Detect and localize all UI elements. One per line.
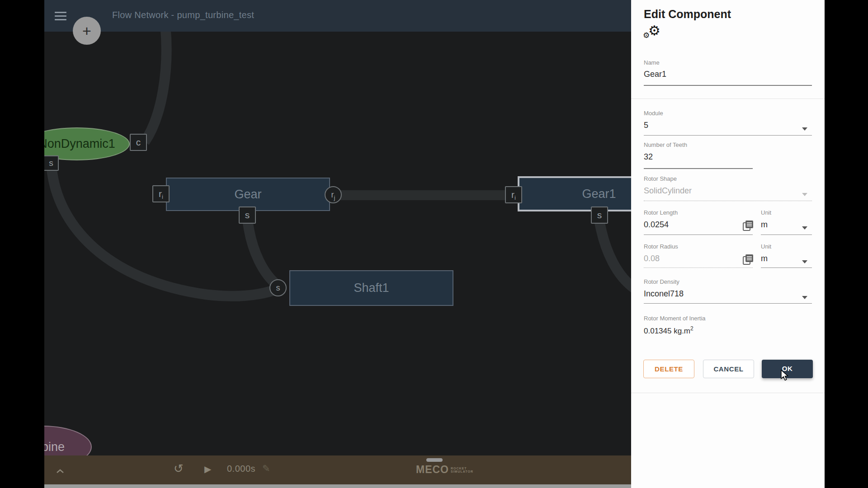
rotor-density-label: Rotor Density <box>644 278 679 285</box>
multi-value-icon[interactable] <box>742 220 754 231</box>
multi-value-icon[interactable] <box>742 253 754 265</box>
menu-icon[interactable] <box>55 12 66 21</box>
name-input[interactable]: Gear1 <box>644 70 666 79</box>
rotor-moi-value: 0.01345 kg.m2 <box>644 325 693 336</box>
name-label: Name <box>644 59 660 66</box>
rotor-radius-input[interactable]: 0.08 <box>644 254 660 263</box>
rotor-length-underline <box>644 235 753 235</box>
port-s-shaft1[interactable]: s <box>269 279 287 296</box>
node-shaft1[interactable]: Shaft1 <box>289 270 453 306</box>
rotor-length-label: Rotor Length <box>644 209 678 216</box>
rotor-shape-label: Rotor Shape <box>644 175 677 182</box>
bottom-strip <box>44 484 631 488</box>
rotor-moi-label: Rotor Moment of Inertia <box>644 315 706 322</box>
component-gears-icon: ⚙⚙ <box>643 24 663 42</box>
node-label: Gear1 <box>582 187 616 201</box>
edit-component-panel: Edit Component ⚙⚙ Name Gear1 Module 5 Nu… <box>631 0 825 488</box>
node-label: NonDynamic1 <box>44 137 115 151</box>
play-icon[interactable]: ▶ <box>204 464 211 474</box>
port-s-gear1[interactable]: s <box>591 206 608 224</box>
module-label: Module <box>644 110 663 117</box>
meco-logo: MECO ROCKET SIMULATOR <box>416 464 473 476</box>
port-ri-gear1[interactable]: ri <box>505 186 522 203</box>
rotor-radius-unit-label: Unit <box>761 243 771 250</box>
node-label: Shaft1 <box>354 281 389 295</box>
rotor-density-select[interactable]: Inconel718 <box>644 289 684 299</box>
page-title: Flow Network - pump_turbine_test <box>112 10 254 20</box>
port-s-gear[interactable]: s <box>239 206 256 224</box>
simulation-toolbar: ↺ ▶ 0.000s ✎ MECO ROCKET SIMULATOR <box>44 455 631 484</box>
node-label: Gear <box>234 188 261 202</box>
port-c-nondynamic1[interactable]: c <box>130 134 147 151</box>
port-rj-gear[interactable]: rj <box>325 186 342 203</box>
top-app-bar: Flow Network - pump_turbine_test <box>44 0 631 32</box>
rotor-length-unit-select[interactable]: m <box>761 220 768 230</box>
port-ri-gear[interactable]: ri <box>152 185 170 202</box>
simulation-time: 0.000s <box>227 464 255 474</box>
drag-handle[interactable] <box>426 458 443 462</box>
cancel-button[interactable]: CANCEL <box>703 360 754 378</box>
node-gear[interactable]: Gear <box>166 178 330 211</box>
dropdown-caret-icon[interactable] <box>802 226 807 230</box>
dropdown-caret-icon[interactable] <box>802 260 807 263</box>
node-gear1-selected[interactable]: Gear1 <box>518 176 631 211</box>
section-divider <box>631 393 825 393</box>
dropdown-caret-icon[interactable] <box>802 296 807 299</box>
teeth-input[interactable]: 32 <box>644 152 653 162</box>
delete-button[interactable]: DELETE <box>643 360 694 378</box>
dropdown-caret-icon <box>802 193 807 196</box>
rotor-radius-label: Rotor Radius <box>644 243 678 250</box>
rotor-radius-unit-underline <box>761 267 812 268</box>
plus-icon: + <box>82 22 91 40</box>
mouse-cursor <box>780 370 791 381</box>
name-underline <box>644 85 812 86</box>
section-divider <box>631 99 825 99</box>
module-select[interactable]: 5 <box>644 121 648 130</box>
rotor-shape-underline <box>644 201 812 201</box>
rotor-length-input[interactable]: 0.0254 <box>644 220 669 230</box>
panel-title: Edit Component <box>644 8 731 21</box>
flow-network-canvas[interactable]: NonDynamic1 c s Gear ri s rj Gear1 ri s … <box>44 0 631 488</box>
replay-icon[interactable]: ↺ <box>174 462 184 476</box>
module-underline <box>644 135 812 136</box>
port-s-nondynamic1[interactable]: s <box>44 155 59 171</box>
teeth-underline <box>644 168 753 169</box>
rotor-radius-underline <box>644 267 753 268</box>
connection-wires <box>44 0 631 488</box>
teeth-label: Number of Teeth <box>644 141 687 148</box>
dropdown-caret-icon[interactable] <box>802 127 807 131</box>
node-label: bine <box>44 440 65 454</box>
rotor-length-unit-label: Unit <box>761 209 771 216</box>
edit-time-icon[interactable]: ✎ <box>262 463 270 474</box>
rotor-length-unit-underline <box>761 235 812 235</box>
rotor-shape-select[interactable]: SolidCylinder <box>644 186 692 196</box>
add-component-button[interactable]: + <box>73 17 101 45</box>
collapse-toolbar-icon[interactable] <box>56 469 64 474</box>
rotor-density-underline <box>644 303 812 304</box>
rotor-radius-unit-select[interactable]: m <box>761 254 768 263</box>
